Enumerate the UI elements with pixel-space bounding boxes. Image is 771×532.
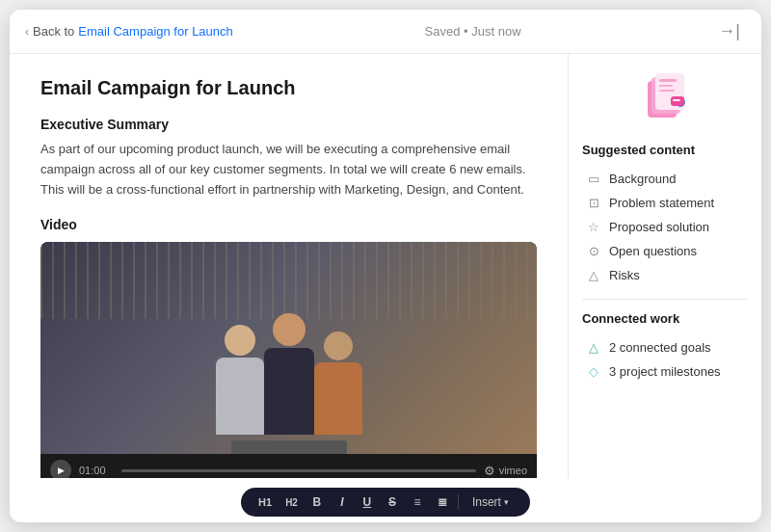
suggested-content-illustration	[630, 69, 700, 131]
executive-summary-body: As part of our upcoming product launch, …	[40, 140, 537, 200]
h1-button[interactable]: H1	[254, 494, 276, 510]
save-status: Saved • Just now	[425, 24, 521, 39]
connected-milestones[interactable]: ◇ 3 project milestones	[582, 359, 748, 384]
bold-button[interactable]: B	[307, 493, 327, 511]
open-questions-icon: ⊙	[586, 244, 601, 258]
person-body	[216, 358, 264, 435]
person-right	[314, 332, 362, 435]
back-navigation[interactable]: ‹ Back to Email Campaign for Launch	[25, 24, 233, 39]
sidebar-item-open-questions[interactable]: ⊙ Open questions	[582, 239, 748, 263]
goals-icon: △	[586, 340, 601, 355]
h2-button[interactable]: H2	[281, 495, 302, 510]
unordered-list-button[interactable]: ≡	[408, 493, 427, 511]
video-label: Video	[40, 217, 537, 232]
top-bar: ‹ Back to Email Campaign for Launch Save…	[10, 10, 761, 54]
sidebar-illustration	[582, 69, 748, 131]
document-title: Email Campaign for Launch	[40, 77, 537, 99]
vimeo-wordmark: vimeo	[499, 465, 527, 476]
insert-caret-icon: ▾	[504, 497, 509, 507]
shelf-background	[40, 242, 537, 319]
editor-toolbar: H1 H2 B I U S ≡ ≣ Insert ▾	[10, 478, 761, 522]
problem-statement-icon: ⊡	[586, 196, 601, 210]
connected-work-title: Connected work	[582, 311, 748, 326]
connected-goals-label: 2 connected goals	[609, 340, 711, 355]
sidebar-item-proposed-solution[interactable]: ☆ Proposed solution	[582, 215, 748, 239]
toolbar-divider	[458, 494, 459, 510]
background-icon: ▭	[586, 172, 601, 186]
problem-statement-label: Problem statement	[609, 196, 714, 210]
svg-rect-4	[659, 85, 673, 87]
proposed-solution-label: Proposed solution	[609, 220, 709, 234]
suggested-content-title: Suggested content	[582, 143, 748, 157]
gear-icon: ⚙	[484, 464, 495, 478]
background-label: Background	[609, 172, 676, 186]
play-button[interactable]	[50, 460, 71, 478]
sidebar-item-risks[interactable]: △ Risks	[582, 263, 748, 287]
person-body	[264, 348, 314, 435]
back-link[interactable]: Email Campaign for Launch	[78, 24, 232, 39]
people-group	[216, 313, 362, 435]
ordered-list-button[interactable]: ≣	[433, 493, 452, 511]
svg-rect-3	[659, 79, 677, 82]
video-time: 01:00	[79, 465, 114, 476]
sidebar-item-background[interactable]: ▭ Background	[582, 167, 748, 191]
app-window: ‹ Back to Email Campaign for Launch Save…	[10, 10, 761, 522]
content-area: Email Campaign for Launch Executive Summ…	[10, 54, 569, 478]
main-layout: Email Campaign for Launch Executive Summ…	[10, 54, 761, 478]
laptop	[231, 440, 347, 454]
toolbar-inner: H1 H2 B I U S ≡ ≣ Insert ▾	[241, 488, 530, 517]
right-sidebar: Suggested content ▭ Background ⊡ Problem…	[569, 54, 761, 478]
connected-goals[interactable]: △ 2 connected goals	[582, 335, 748, 359]
milestones-icon: ◇	[586, 364, 601, 379]
italic-button[interactable]: I	[332, 493, 352, 511]
video-controls: 01:00 ⚙ vimeo	[40, 454, 537, 478]
progress-bar[interactable]	[121, 469, 476, 472]
svg-rect-9	[673, 99, 680, 101]
risks-label: Risks	[609, 268, 640, 282]
executive-summary-heading: Executive Summary	[40, 117, 537, 132]
video-container: 01:00 ⚙ vimeo	[40, 242, 537, 478]
strikethrough-button[interactable]: S	[383, 493, 402, 511]
insert-button[interactable]: Insert ▾	[465, 493, 517, 511]
person-head	[273, 313, 306, 346]
vimeo-logo: ⚙ vimeo	[484, 464, 527, 478]
sidebar-divider	[582, 299, 748, 300]
insert-label: Insert	[472, 495, 501, 509]
collapse-button[interactable]: →|	[712, 19, 746, 43]
underline-button[interactable]: U	[358, 493, 377, 511]
open-questions-label: Open questions	[609, 244, 697, 258]
back-label: Back to	[33, 24, 74, 39]
svg-rect-5	[659, 90, 675, 92]
sidebar-item-problem-statement[interactable]: ⊡ Problem statement	[582, 191, 748, 215]
person-center	[264, 313, 314, 435]
person-body	[314, 362, 362, 435]
chevron-left-icon: ‹	[25, 25, 29, 39]
person-left	[216, 325, 264, 435]
connected-milestones-label: 3 project milestones	[609, 364, 721, 379]
proposed-solution-icon: ☆	[586, 220, 601, 234]
person-head	[225, 325, 255, 356]
person-head	[324, 332, 353, 360]
video-thumbnail[interactable]	[40, 242, 537, 454]
risks-icon: △	[586, 268, 601, 282]
